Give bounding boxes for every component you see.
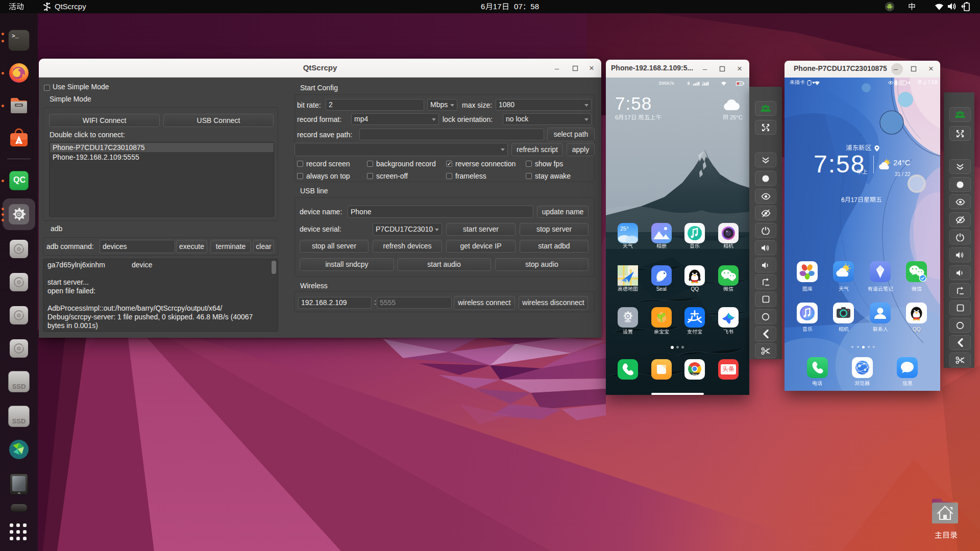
- svg-text:Beta: Beta: [692, 373, 697, 376]
- svg-text:10: 10: [739, 82, 742, 85]
- svg-text:90: 90: [900, 81, 904, 85]
- svg-text:25°: 25°: [620, 226, 629, 232]
